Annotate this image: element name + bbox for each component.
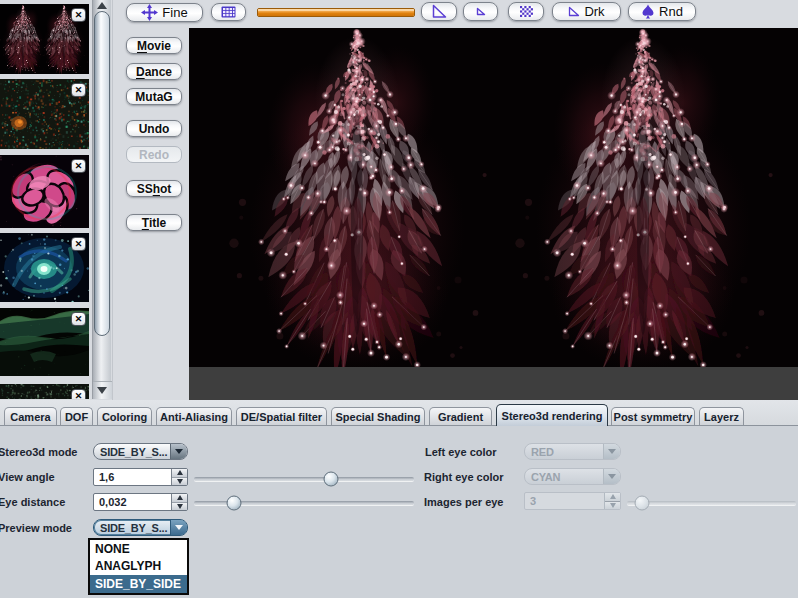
- render-progress-fill: [258, 9, 414, 16]
- slider-thumb[interactable]: [227, 495, 242, 510]
- sidebar-divider: [112, 0, 113, 400]
- chevron-down-icon: [603, 444, 620, 459]
- close-icon[interactable]: ✕: [71, 8, 86, 22]
- tab-coloring[interactable]: Coloring: [97, 407, 152, 425]
- grid-toggle-button[interactable]: [211, 3, 246, 21]
- flame-preview-canvas[interactable]: [189, 28, 798, 400]
- flame-thumbnail-5[interactable]: ✕: [0, 308, 89, 376]
- transparency-toggle-button[interactable]: [508, 2, 544, 21]
- preview-mode-value: SIDE_BY_S...: [94, 520, 170, 535]
- chevron-down-icon[interactable]: [170, 444, 187, 459]
- movie-button[interactable]: Movie: [126, 37, 182, 54]
- close-icon[interactable]: ✕: [71, 83, 86, 97]
- flame-settings-panel: Camera DOF Coloring Anti-Aliasing DE/Spa…: [0, 400, 798, 598]
- render-progress-bar: [257, 8, 415, 17]
- preview-mode-dropdown-list: NONE ANAGLYPH SIDE_BY_SIDE: [88, 538, 189, 595]
- sshot-button[interactable]: SShot: [126, 180, 182, 197]
- dropdown-option-none[interactable]: NONE: [90, 540, 187, 558]
- move-icon: [141, 4, 158, 21]
- eye-distance-value[interactable]: 0,032: [94, 494, 171, 510]
- spinner-up-icon: [605, 493, 620, 502]
- spinner-down-icon: [605, 502, 620, 510]
- tab-anti-aliasing[interactable]: Anti-Aliasing: [156, 407, 232, 425]
- fine-rendering-button[interactable]: Fine: [126, 3, 203, 22]
- stereo-side-by-side-preview: [189, 28, 798, 367]
- right-eye-color-label: Right eye color: [424, 471, 503, 483]
- images-per-eye-value: 3: [525, 493, 604, 509]
- spinner-down-icon[interactable]: [172, 478, 187, 486]
- dance-button[interactable]: Dance: [126, 63, 182, 80]
- random-flame-button[interactable]: Rnd: [628, 2, 696, 21]
- eye-distance-slider[interactable]: [194, 495, 414, 510]
- grid-icon: [221, 6, 236, 18]
- flame-thumbnail-2[interactable]: ✕: [0, 79, 89, 149]
- flame-thumbnail-6[interactable]: ✕: [0, 384, 89, 399]
- tab-post-symmetry[interactable]: Post symmetry: [611, 407, 695, 425]
- thumbnail-scrollbar[interactable]: [92, 0, 111, 399]
- tab-de-spatial-filter[interactable]: DE/Spatial filter: [236, 407, 327, 425]
- left-eye-color-combobox[interactable]: RED: [524, 443, 621, 460]
- spinner-up-icon[interactable]: [172, 469, 187, 478]
- preview-mode-combobox[interactable]: SIDE_BY_S...: [93, 519, 188, 536]
- undo-button[interactable]: Undo: [126, 120, 182, 137]
- view-angle-spinner[interactable]: 1,6: [93, 468, 188, 486]
- rnd-button-label: Rnd: [659, 4, 683, 19]
- tab-camera[interactable]: Camera: [4, 407, 57, 425]
- tab-gradient[interactable]: Gradient: [429, 407, 492, 425]
- left-eye-color-label: Left eye color: [425, 446, 497, 458]
- view-angle-slider[interactable]: [194, 471, 414, 486]
- close-icon[interactable]: ✕: [71, 237, 86, 251]
- title-button[interactable]: Title: [126, 214, 182, 231]
- dropdown-option-anaglyph[interactable]: ANAGLYPH: [90, 558, 187, 576]
- triangle-display-button[interactable]: [421, 2, 457, 21]
- scrollbar-thumb[interactable]: [94, 11, 110, 336]
- settings-tab-bar: Camera DOF Coloring Anti-Aliasing DE/Spa…: [0, 400, 798, 425]
- scroll-down-icon: [97, 387, 107, 394]
- mutag-button[interactable]: MutaG: [126, 88, 182, 105]
- redo-button[interactable]: Redo: [126, 146, 182, 163]
- slider-track[interactable]: [194, 477, 414, 481]
- tab-stereo3d-rendering[interactable]: Stereo3d rendering: [496, 404, 608, 426]
- tab-special-shading[interactable]: Special Shading: [331, 407, 425, 425]
- flame-thumbnail-4[interactable]: ✕: [0, 233, 89, 302]
- checkerboard-icon: [520, 6, 533, 17]
- slider-track: [627, 501, 796, 505]
- images-per-eye-label: Images per eye: [424, 496, 504, 508]
- spade-icon: [641, 4, 655, 19]
- close-icon[interactable]: ✕: [71, 159, 86, 173]
- close-icon[interactable]: ✕: [71, 389, 86, 399]
- triangle-outline-icon: [568, 6, 580, 17]
- view-angle-value[interactable]: 1,6: [94, 469, 171, 485]
- stereo3d-mode-value: SIDE_BY_S...: [94, 444, 170, 459]
- preview-mode-label: Preview mode: [0, 522, 72, 534]
- triangle-small-icon: [476, 7, 486, 16]
- triangle-small-display-button[interactable]: [463, 2, 498, 21]
- flame-thumbnail-1[interactable]: ✕: [0, 4, 89, 74]
- images-per-eye-slider[interactable]: [627, 495, 796, 510]
- flame-thumbnail-3[interactable]: ✕: [0, 155, 89, 228]
- canvas-bottom-spacer: [189, 367, 798, 400]
- spinner-down-icon[interactable]: [172, 503, 187, 511]
- scroll-up-icon[interactable]: [97, 2, 107, 9]
- view-angle-label: View angle: [0, 471, 55, 483]
- chevron-down-icon[interactable]: [170, 520, 187, 535]
- darken-triangles-button[interactable]: Drk: [552, 2, 621, 21]
- right-eye-color-combobox[interactable]: CYAN: [524, 468, 621, 485]
- drk-button-label: Drk: [584, 4, 604, 19]
- right-eye-color-value: CYAN: [525, 469, 603, 484]
- tab-dof[interactable]: DOF: [60, 407, 93, 425]
- fine-button-label: Fine: [162, 5, 187, 20]
- tab-layerz[interactable]: Layerz: [699, 407, 744, 425]
- images-per-eye-spinner[interactable]: 3: [524, 492, 621, 510]
- spinner-up-icon[interactable]: [172, 494, 187, 503]
- stereo3d-mode-label: Stereo3d mode: [0, 446, 77, 458]
- close-icon[interactable]: ✕: [71, 312, 86, 326]
- slider-thumb[interactable]: [324, 471, 339, 486]
- scroll-down-button[interactable]: [93, 381, 112, 399]
- eye-distance-spinner[interactable]: 0,032: [93, 493, 188, 511]
- dropdown-option-side-by-side[interactable]: SIDE_BY_SIDE: [90, 575, 187, 593]
- eye-distance-label: Eye distance: [0, 496, 65, 508]
- stereo3d-mode-combobox[interactable]: SIDE_BY_S...: [93, 443, 188, 460]
- chevron-down-icon: [603, 469, 620, 484]
- triangle-outline-icon: [431, 4, 447, 19]
